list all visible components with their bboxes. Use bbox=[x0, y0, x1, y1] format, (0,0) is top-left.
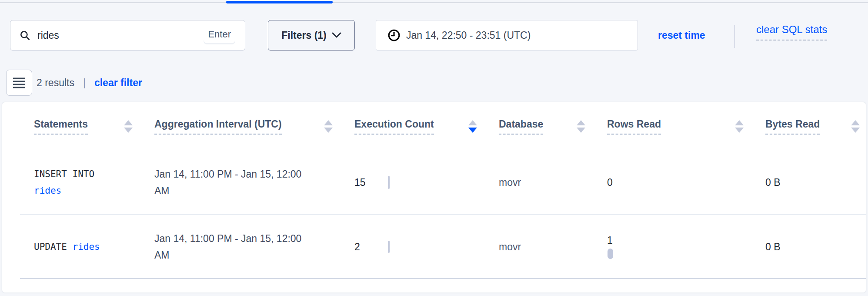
execution-count-cell: 15 bbox=[354, 176, 499, 189]
table-row: UPDATE rides Jan 14, 11:00 PM - Jan 15, … bbox=[2, 215, 866, 279]
table-footer-spacer bbox=[2, 279, 866, 293]
results-count: 2 results bbox=[37, 77, 74, 89]
statement-cell: UPDATE rides bbox=[34, 239, 121, 255]
active-tab-indicator bbox=[226, 1, 333, 3]
bytes-read-cell: 0 B bbox=[765, 177, 866, 188]
sort-icon[interactable] bbox=[735, 120, 744, 133]
column-header-rows-read[interactable]: Rows Read bbox=[607, 118, 765, 135]
rows-read-bar bbox=[608, 249, 613, 259]
search-input[interactable] bbox=[37, 30, 204, 41]
chevron-down-icon bbox=[332, 32, 341, 38]
time-range-picker[interactable]: Jan 14, 22:50 - 23:51 (UTC) bbox=[376, 20, 638, 50]
column-header-bytes-read[interactable]: Bytes Read bbox=[765, 118, 866, 135]
table-row: INSERT INTO rides Jan 14, 11:00 PM - Jan… bbox=[2, 150, 866, 215]
column-header-statements[interactable]: Statements bbox=[34, 118, 154, 135]
rows-read-cell: 0 bbox=[607, 177, 765, 188]
execution-count-bar bbox=[388, 176, 390, 189]
results-separator: | bbox=[83, 77, 86, 89]
execution-count-bar bbox=[388, 241, 390, 253]
clear-sql-stats-link[interactable]: clear SQL stats bbox=[756, 24, 827, 40]
rows-read-cell: 1 bbox=[607, 235, 765, 259]
search-icon bbox=[19, 30, 30, 41]
column-header-database[interactable]: Database bbox=[499, 118, 607, 135]
aggregation-interval-cell: Jan 14, 11:00 PM - Jan 15, 12:00 AM bbox=[154, 166, 304, 199]
filters-button[interactable]: Filters (1) bbox=[268, 20, 355, 50]
sort-icon[interactable] bbox=[468, 120, 477, 133]
sort-icon[interactable] bbox=[124, 120, 133, 133]
reset-time-link[interactable]: reset time bbox=[658, 20, 705, 50]
database-cell: movr bbox=[499, 177, 607, 188]
column-selector-button[interactable] bbox=[6, 70, 32, 96]
database-cell: movr bbox=[499, 241, 607, 253]
clock-icon bbox=[387, 29, 401, 42]
tab-strip-divider bbox=[0, 2, 868, 3]
aggregation-interval-cell: Jan 14, 11:00 PM - Jan 15, 12:00 AM bbox=[154, 230, 304, 263]
enter-key-hint: Enter bbox=[204, 27, 235, 43]
sort-icon[interactable] bbox=[577, 120, 585, 133]
statement-link[interactable]: rides bbox=[73, 242, 100, 252]
toolbar-divider bbox=[734, 25, 735, 48]
sort-icon[interactable] bbox=[324, 120, 333, 133]
statement-link[interactable]: rides bbox=[34, 185, 61, 196]
time-range-label: Jan 14, 22:50 - 23:51 (UTC) bbox=[406, 30, 531, 41]
column-header-execution-count[interactable]: Execution Count bbox=[354, 118, 499, 135]
execution-count-cell: 2 bbox=[354, 241, 499, 253]
menu-lines-icon bbox=[13, 77, 25, 88]
bytes-read-cell: 0 B bbox=[765, 241, 866, 253]
filters-button-label: Filters (1) bbox=[281, 30, 327, 41]
clear-filter-link[interactable]: clear filter bbox=[94, 77, 142, 89]
column-header-aggregation-interval[interactable]: Aggregation Interval (UTC) bbox=[154, 118, 354, 135]
results-bar: 2 results | clear filter bbox=[37, 70, 142, 96]
statement-cell: INSERT INTO rides bbox=[34, 166, 121, 199]
sort-icon[interactable] bbox=[851, 120, 860, 133]
table-header-row: Statements Aggregation Interval (UTC) Ex… bbox=[2, 102, 866, 150]
statement-search-box[interactable]: Enter bbox=[10, 20, 245, 50]
statements-table-card: Statements Aggregation Interval (UTC) Ex… bbox=[2, 102, 866, 293]
